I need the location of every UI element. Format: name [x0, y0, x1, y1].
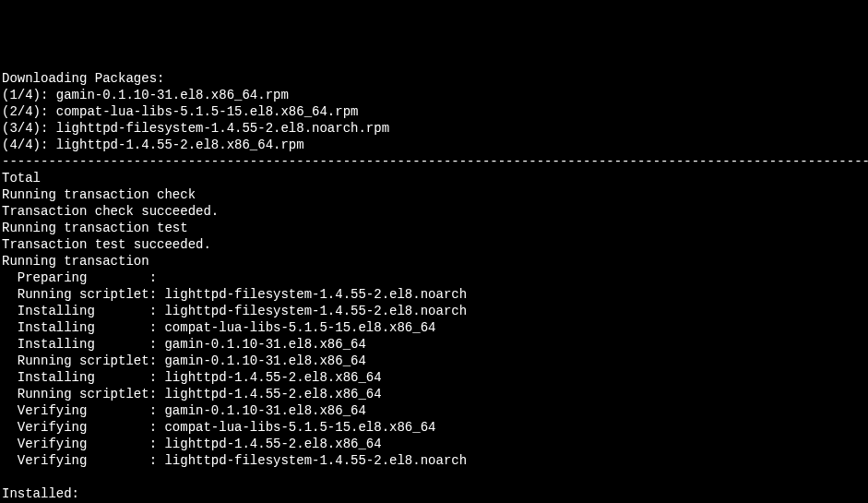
output-line: Transaction check succeeded.	[2, 204, 219, 219]
output-line: Running transaction check	[2, 187, 196, 202]
output-line: (4/4): lighttpd-1.4.55-2.el8.x86_64.rpm	[2, 138, 304, 152]
output-line: Installing : lighttpd-filesystem-1.4.55-…	[2, 304, 467, 318]
output-line: Installing : gamin-0.1.10-31.el8.x86_64	[2, 337, 366, 352]
output-line: Running transaction test	[2, 221, 188, 235]
output-line: Verifying : compat-lua-libs-5.1.5-15.el8…	[2, 420, 435, 435]
output-line: Installing : lighttpd-1.4.55-2.el8.x86_6…	[2, 370, 382, 385]
output-line: Running scriptlet: lighttpd-filesystem-1…	[2, 287, 467, 302]
output-line: Preparing :	[2, 270, 157, 285]
output-line: Total	[2, 171, 41, 186]
output-line: Transaction test succeeded.	[2, 237, 211, 252]
output-line: ----------------------------------------…	[2, 154, 868, 169]
output-line: Verifying : lighttpd-1.4.55-2.el8.x86_64	[2, 437, 382, 451]
output-line: (1/4): gamin-0.1.10-31.el8.x86_64.rpm	[2, 88, 289, 102]
output-line: Installing : compat-lua-libs-5.1.5-15.el…	[2, 320, 435, 335]
output-line: Installed:	[2, 486, 79, 501]
output-line: Running scriptlet: lighttpd-1.4.55-2.el8…	[2, 387, 382, 401]
output-line: Verifying : gamin-0.1.10-31.el8.x86_64	[2, 403, 366, 418]
output-line: Running scriptlet: gamin-0.1.10-31.el8.x…	[2, 353, 366, 368]
terminal-output: Downloading Packages: (1/4): gamin-0.1.1…	[2, 70, 866, 503]
output-line: Downloading Packages:	[2, 71, 164, 86]
output-line: (3/4): lighttpd-filesystem-1.4.55-2.el8.…	[2, 121, 389, 136]
output-line: Verifying : lighttpd-filesystem-1.4.55-2…	[2, 453, 467, 468]
output-line: (2/4): compat-lua-libs-5.1.5-15.el8.x86_…	[2, 104, 358, 119]
output-line: Running transaction	[2, 254, 149, 269]
